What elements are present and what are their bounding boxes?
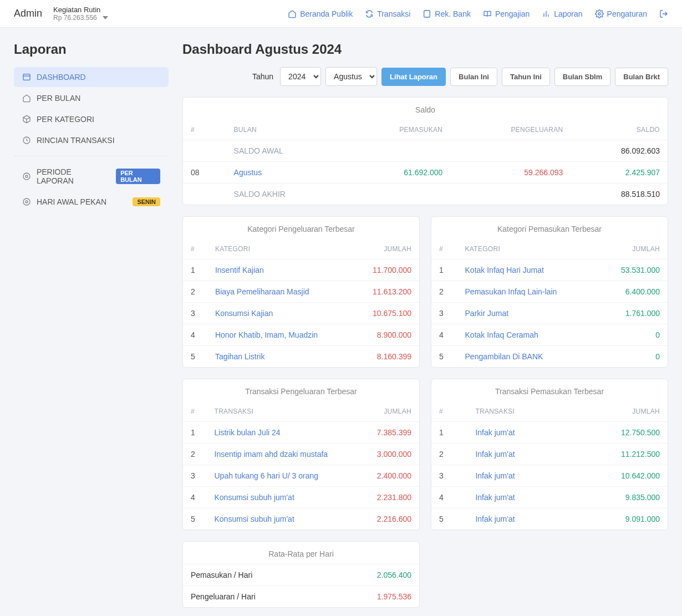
sidebar-item-perkategori[interactable]: PER KATEGORI	[14, 109, 169, 129]
barchart-icon	[542, 9, 551, 18]
org-balance: Rp 76.263.556	[53, 14, 97, 22]
sidebar-item-rincian[interactable]: RINCIAN TRANSAKSI	[14, 130, 169, 150]
nav-pengaturan[interactable]: Pengaturan	[595, 9, 647, 18]
gear-icon	[22, 197, 31, 206]
topbar: Admin Kegiatan Rutin Rp 76.263.556 Beran…	[0, 0, 682, 28]
sidebar-item-perbulan[interactable]: PER BULAN	[14, 88, 169, 108]
nav-pengajian[interactable]: Pengajian	[483, 9, 530, 18]
chevron-down-icon	[103, 16, 108, 19]
table-row: 5Pengambilan Di BANK0	[431, 346, 668, 368]
row-link[interactable]: Upah tukang 6 hari U/ 3 orang	[207, 465, 360, 487]
table-row: 4Kotak Infaq Ceramah0	[431, 324, 668, 346]
row-link[interactable]: Kotak Infaq Hari Jumat	[457, 259, 597, 281]
saldo-awal-row: SALDO AWAL 86.092.603	[183, 140, 668, 162]
nav-laporan[interactable]: Laporan	[542, 9, 582, 18]
tahun-select[interactable]: 2024	[280, 67, 321, 86]
row-link[interactable]: Konsumsi subuh jum'at	[207, 508, 360, 530]
table-row: 4Honor Khatib, Imam, Muadzin8.900.000	[183, 324, 419, 346]
refresh-icon	[365, 9, 374, 18]
row-link[interactable]: Infak jum'at	[467, 444, 568, 465]
row-link[interactable]: Biaya Pemeliharaan Masjid	[207, 281, 353, 303]
table-row: 5Konsumsi subuh jum'at2.216.600	[183, 508, 419, 530]
row-link[interactable]: Infak jum'at	[467, 487, 568, 508]
saldo-card: Saldo # BULAN PEMASUKAN PENGELUARAN SALD…	[182, 97, 668, 205]
svg-point-10	[26, 201, 28, 203]
sidebar-item-hariawal[interactable]: HARI AWAL PEKAN SENIN	[14, 192, 169, 212]
nav-beranda[interactable]: Beranda Publik	[288, 9, 353, 18]
table-row: 2Infak jum'at11.212.500	[431, 444, 668, 465]
row-link[interactable]: Pemasukan Infaq Lain-lain	[457, 281, 597, 303]
kategori-keluar-card: Kategori Pengeluaran Terbesar # KATEGORI…	[182, 216, 420, 368]
saldo-month-row: 08 Agustus 61.692.000 59.266.093 2.425.9…	[183, 162, 668, 184]
page-title: Dashboard Agustus 2024	[182, 42, 668, 57]
row-link[interactable]: Konsumsi subuh jum'at	[207, 487, 360, 508]
table-row: 5Tagihan Listrik8.160.399	[183, 346, 419, 368]
trx-masuk-card: Transaksi Pemasukan Terbesar # TRANSAKSI…	[431, 379, 668, 530]
svg-point-9	[23, 173, 30, 180]
avg-pemasukan-row: Pemasukan / Hari 2.056.400	[183, 564, 419, 586]
top-nav: Beranda Publik Transaksi Rek. Bank Penga…	[288, 9, 668, 18]
row-link[interactable]: Parkir Jumat	[457, 303, 597, 324]
row-link[interactable]: Insentip imam ahd dzaki mustafa	[207, 444, 360, 465]
bulan-ini-button[interactable]: Bulan Ini	[450, 68, 497, 86]
filter-bar: Tahun 2024 Agustus Lihat Laporan Bulan I…	[182, 67, 668, 86]
kat-keluar-body: 1Insentif Kajian11.700.0002Biaya Pemelih…	[183, 259, 419, 368]
svg-point-4	[598, 13, 600, 15]
gear-icon	[595, 9, 604, 18]
table-row: 1Insentif Kajian11.700.000	[183, 259, 419, 281]
trx-keluar-body: 1Listrik bulan Juli 247.385.3992Insentip…	[183, 422, 419, 530]
bulan-select[interactable]: Agustus	[325, 67, 377, 86]
tahun-label: Tahun	[252, 72, 273, 81]
brand-title: Admin	[14, 8, 42, 19]
table-row: 1Infak jum'at12.750.500	[431, 422, 668, 444]
hariawal-badge: SENIN	[133, 197, 160, 206]
nav-logout[interactable]	[659, 9, 668, 18]
kategori-masuk-card: Kategori Pemasukan Terbesar # KATEGORI J…	[431, 216, 668, 368]
nav-rekbank[interactable]: Rek. Bank	[423, 9, 471, 18]
org-switcher[interactable]: Kegiatan Rutin Rp 76.263.556	[53, 6, 108, 22]
content: Dashboard Agustus 2024 Tahun 2024 Agustu…	[169, 28, 682, 616]
svg-rect-0	[424, 11, 430, 17]
row-link[interactable]: Konsumsi Kajian	[207, 303, 353, 324]
svg-rect-5	[23, 74, 30, 80]
kat-masuk-body: 1Kotak Infaq Hari Jumat53.531.0002Pemasu…	[431, 259, 668, 368]
nav-transaksi[interactable]: Transaksi	[365, 9, 410, 18]
sidebar-item-periode[interactable]: PERIODE LAPORAN PER BULAN	[14, 162, 169, 191]
row-link[interactable]: Tagihan Listrik	[207, 346, 353, 368]
table-row: 1Kotak Infaq Hari Jumat53.531.000	[431, 259, 668, 281]
tahun-ini-button[interactable]: Tahun Ini	[502, 68, 550, 86]
table-row: 4Infak jum'at9.835.000	[431, 487, 668, 508]
saldo-title: Saldo	[183, 98, 668, 120]
book-icon	[423, 9, 431, 18]
table-row: 3Infak jum'at10.642.000	[431, 465, 668, 487]
row-link[interactable]: Infak jum'at	[467, 422, 568, 444]
clock-icon	[22, 136, 31, 145]
row-link[interactable]: Listrik bulan Juli 24	[207, 422, 360, 444]
saldo-table: # BULAN PEMASUKAN PENGELUARAN SALDO SALD…	[183, 120, 668, 205]
saldo-month-link[interactable]: Agustus	[226, 162, 346, 184]
row-link[interactable]: Honor Khatib, Imam, Muadzin	[207, 324, 353, 346]
row-link[interactable]: Insentif Kajian	[207, 259, 353, 281]
bulan-sblm-button[interactable]: Bulan Sblm	[554, 68, 611, 86]
avg-card: Rata-Rata per Hari Pemasukan / Hari 2.05…	[182, 541, 420, 608]
table-row: 5Infak jum'at9.091.000	[431, 508, 668, 530]
row-link[interactable]: Infak jum'at	[467, 465, 568, 487]
periode-badge: PER BULAN	[116, 169, 160, 184]
table-row: 3Konsumsi Kajian10.675.100	[183, 303, 419, 324]
row-link[interactable]: Pengambilan Di BANK	[457, 346, 597, 368]
trx-masuk-body: 1Infak jum'at12.750.5002Infak jum'at11.2…	[431, 422, 668, 530]
openbook-icon	[483, 9, 492, 18]
org-name: Kegiatan Rutin	[53, 6, 108, 14]
sidebar-divider	[14, 156, 169, 156]
table-row: 2Insentip imam ahd dzaki mustafa3.000.00…	[183, 444, 419, 465]
lihat-laporan-button[interactable]: Lihat Laporan	[381, 68, 446, 86]
table-row: 3Upah tukang 6 hari U/ 3 orang2.400.000	[183, 465, 419, 487]
svg-point-11	[23, 198, 30, 205]
bulan-brkt-button[interactable]: Bulan Brkt	[615, 68, 668, 86]
table-row: 3Parkir Jumat1.761.000	[431, 303, 668, 324]
sidebar-item-dashboard[interactable]: DASHBOARD	[14, 67, 169, 87]
table-row: 2Pemasukan Infaq Lain-lain6.400.000	[431, 281, 668, 303]
row-link[interactable]: Kotak Infaq Ceramah	[457, 324, 597, 346]
sidebar: Laporan DASHBOARD PER BULAN PER KATEGORI…	[0, 28, 169, 616]
row-link[interactable]: Infak jum'at	[467, 508, 568, 530]
